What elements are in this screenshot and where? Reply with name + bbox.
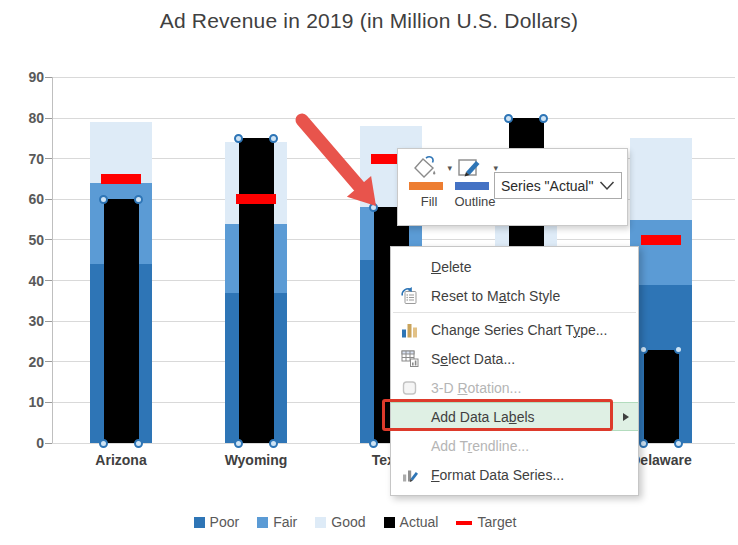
- gridline: [52, 118, 735, 119]
- chart-legend: PoorFairGoodActualTarget: [0, 514, 724, 530]
- target-dash[interactable]: [101, 174, 141, 184]
- reset-style-icon: [400, 286, 419, 305]
- legend-swatch-target: [456, 521, 472, 525]
- menu-item-reset-to-match-style[interactable]: Reset to Match Style: [391, 281, 638, 310]
- menu-item-label: Reset to Match Style: [431, 288, 560, 304]
- y-axis-tick: [45, 77, 52, 78]
- menu-item-format-data-series[interactable]: Format Data Series...: [391, 460, 638, 489]
- selection-handle[interactable]: [234, 439, 243, 448]
- outline-color-swatch: [455, 182, 489, 190]
- legend-label: Target: [477, 514, 516, 530]
- pencil-outline-icon: [457, 155, 484, 185]
- y-axis-label: 20: [0, 353, 44, 371]
- legend-swatch-good: [315, 517, 326, 528]
- legend-label: Good: [331, 514, 365, 530]
- y-axis-tick: [45, 239, 52, 240]
- format-series-icon: [400, 465, 419, 484]
- menu-item-label: 3-D Rotation...: [431, 380, 521, 396]
- menu-item-change-series-chart-type[interactable]: Change Series Chart Type...: [391, 315, 638, 344]
- y-axis-tick: [45, 118, 52, 119]
- menu-icon-placeholder: [400, 436, 419, 455]
- y-axis-label: 90: [0, 68, 44, 86]
- legend-item-actual[interactable]: Actual: [384, 514, 439, 530]
- legend-swatch-poor: [194, 517, 205, 528]
- menu-icon-placeholder: [400, 257, 419, 276]
- menu-item-select-data[interactable]: Select Data...: [391, 344, 638, 373]
- actual-bar[interactable]: [239, 138, 274, 443]
- selection-handle[interactable]: [134, 195, 143, 204]
- menu-item-label: Change Series Chart Type...: [431, 322, 607, 338]
- submenu-arrow-icon: [623, 413, 629, 421]
- chevron-down-icon: [599, 178, 615, 194]
- y-axis-tick: [45, 280, 52, 281]
- y-axis-tick: [45, 321, 52, 322]
- selection-handle[interactable]: [269, 134, 278, 143]
- gridline: [52, 77, 735, 78]
- select-data-icon: [400, 349, 419, 368]
- y-axis-label: 0: [0, 434, 44, 452]
- y-axis-tick: [45, 158, 52, 159]
- y-axis-label: 70: [0, 150, 44, 168]
- menu-item-label: Delete: [431, 259, 471, 275]
- selection-handle[interactable]: [234, 134, 243, 143]
- category-label: Arizona: [54, 452, 188, 468]
- menu-item-label: Format Data Series...: [431, 467, 564, 483]
- y-axis-label: 40: [0, 272, 44, 290]
- dropdown-caret-icon: ▾: [447, 163, 452, 173]
- chart-type-icon: [400, 320, 419, 339]
- selection-handle[interactable]: [99, 195, 108, 204]
- legend-item-fair[interactable]: Fair: [257, 514, 297, 530]
- legend-item-target[interactable]: Target: [456, 514, 516, 530]
- series-selector-dropdown[interactable]: Series "Actual": [494, 172, 622, 199]
- cube-icon: [400, 378, 419, 397]
- y-axis-label: 30: [0, 312, 44, 330]
- selection-handle[interactable]: [269, 439, 278, 448]
- selection-handle[interactable]: [639, 439, 648, 448]
- y-axis-line: [52, 77, 53, 443]
- selection-handle[interactable]: [639, 345, 648, 354]
- menu-item-delete[interactable]: Delete: [391, 252, 638, 281]
- legend-swatch-fair: [257, 517, 268, 528]
- legend-item-good[interactable]: Good: [315, 514, 365, 530]
- actual-bar[interactable]: [104, 199, 139, 443]
- category-label: Wyoming: [189, 452, 323, 468]
- selection-handle[interactable]: [539, 114, 548, 123]
- red-highlight-annotation: [382, 399, 613, 431]
- y-axis-tick: [45, 361, 52, 362]
- legend-item-poor[interactable]: Poor: [194, 514, 240, 530]
- menu-separator: [393, 312, 636, 313]
- fill-color-swatch: [409, 182, 443, 190]
- context-menu: DeleteReset to Match StyleChange Series …: [390, 246, 639, 496]
- target-dash[interactable]: [641, 235, 681, 245]
- y-axis-label: 80: [0, 109, 44, 127]
- floating-format-toolbar: ▾ Fill ▾ Outline Series "Actual": [397, 148, 628, 226]
- y-axis-label: 60: [0, 190, 44, 208]
- outline-button[interactable]: ▾ Outline: [454, 154, 496, 220]
- legend-swatch-actual: [384, 517, 395, 528]
- selection-handle[interactable]: [99, 439, 108, 448]
- legend-label: Poor: [210, 514, 240, 530]
- selection-handle[interactable]: [369, 439, 378, 448]
- menu-item-label: Select Data...: [431, 351, 515, 367]
- paint-bucket-icon: [411, 155, 438, 185]
- y-axis-tick: [45, 443, 52, 444]
- menu-item-3-d-rotation: 3-D Rotation...: [391, 373, 638, 402]
- y-axis-tick: [45, 402, 52, 403]
- series-selector-value: Series "Actual": [501, 178, 593, 194]
- target-dash[interactable]: [236, 194, 276, 204]
- selection-handle[interactable]: [134, 439, 143, 448]
- fill-button[interactable]: ▾ Fill: [408, 154, 450, 220]
- legend-label: Actual: [400, 514, 439, 530]
- selection-handle[interactable]: [674, 439, 683, 448]
- actual-bar[interactable]: [644, 350, 679, 443]
- excel-chart-screenshot: Ad Revenue in 2019 (in Million U.S. Doll…: [0, 0, 738, 545]
- selection-handle[interactable]: [504, 114, 513, 123]
- y-axis-label: 50: [0, 231, 44, 249]
- menu-item-add-trendline: Add Trendline...: [391, 431, 638, 460]
- legend-label: Fair: [273, 514, 297, 530]
- selection-handle[interactable]: [674, 345, 683, 354]
- menu-item-label: Add Trendline...: [431, 438, 529, 454]
- y-axis-tick: [45, 199, 52, 200]
- y-axis-label: 10: [0, 393, 44, 411]
- red-arrow-annotation: [283, 98, 383, 213]
